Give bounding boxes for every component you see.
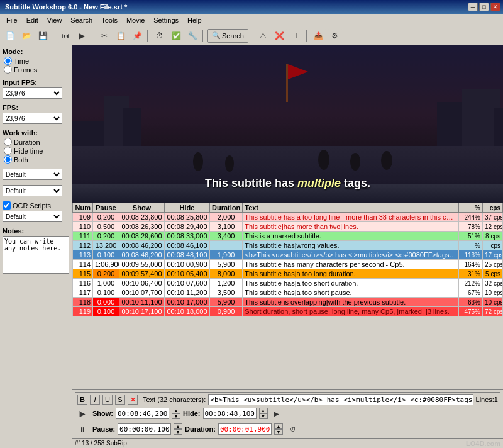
col-pct: % (459, 203, 483, 213)
table-cell: 0,200 (93, 232, 119, 241)
table-row[interactable]: 1141:06,90000:09:55,00000:10:00,9005,900… (73, 260, 503, 269)
work-with-radio-group: Duration Hide time Both (4, 138, 69, 164)
pause-time-input[interactable]: 00:00:00,100 (118, 423, 171, 435)
menu-tools[interactable]: Tools (97, 14, 121, 26)
work-both-radio[interactable]: Both (4, 155, 69, 164)
open-button[interactable]: 📂 (19, 29, 34, 43)
tb-fix[interactable]: 🔧 (185, 29, 200, 43)
toolbar-sep2 (92, 30, 94, 42)
duration-spin-down[interactable]: ▼ (274, 429, 283, 435)
format-strike-button[interactable]: S (115, 395, 125, 405)
format-bold-button[interactable]: B (77, 395, 87, 405)
table-row[interactable]: 1190,10000:10:17,10000:10:18,0000,900Sho… (73, 307, 503, 316)
col-hide: Hide (165, 203, 210, 213)
video-subtitle: This subtitle has multiple tags. (205, 177, 370, 190)
close-button[interactable]: ✕ (490, 3, 500, 11)
table-row[interactable]: 11213,20000:08:46,20000:08:46,100This su… (73, 241, 503, 250)
table-row[interactable]: 1180,00000:10:11,10000:10:17,0005,900Thi… (73, 298, 503, 307)
show-time-input[interactable]: 00:08:46,200 (116, 408, 169, 419)
default2-select[interactable]: Default (3, 185, 62, 196)
tb-settings[interactable]: ⚙ (328, 29, 343, 43)
col-pause: Pause (93, 203, 119, 213)
tb-copy[interactable]: 📋 (113, 29, 128, 43)
show-spin-up[interactable]: ▲ (172, 408, 180, 413)
tb-time[interactable]: ⏱ (152, 29, 167, 43)
table-row[interactable]: 1100,50000:08:26,30000:08:29,4003,100Thi… (73, 222, 503, 232)
text-edit-input[interactable] (208, 394, 473, 405)
table-cell: 0,100 (93, 307, 119, 316)
fps-select[interactable]: 23,976 (3, 113, 62, 124)
tb-cut[interactable]: ✂ (97, 29, 112, 43)
table-cell: 3,100 (210, 222, 243, 232)
menu-help[interactable]: Help (184, 14, 206, 26)
format-underline-button[interactable]: U (102, 395, 113, 405)
input-fps-select[interactable]: 23,976 (3, 87, 62, 99)
tb-export[interactable]: 📤 (311, 29, 326, 43)
maximize-button[interactable]: □ (479, 3, 489, 11)
duration-time-input[interactable]: 00:00:01,900 (218, 423, 272, 435)
tb-warn[interactable]: ⚠ (256, 29, 271, 43)
table-row[interactable]: 1090,20000:08:23,80000:08:25,8002,000Thi… (73, 213, 503, 222)
table-cell: 5,900 (210, 260, 243, 269)
table-cell: 112 (73, 241, 93, 250)
table-row[interactable]: 1170,10000:10:07,70000:10:11,2003,500Thi… (73, 288, 503, 298)
mode-time-radio[interactable]: Time (4, 57, 69, 65)
tb-text[interactable]: T (289, 29, 304, 43)
pause-spin-up[interactable]: ▲ (174, 423, 182, 429)
tb-err[interactable]: ❌ (272, 29, 287, 43)
play-to-hide[interactable]: ▶| (270, 406, 285, 420)
default1-select[interactable]: Default (3, 169, 62, 180)
duration-play-btn[interactable]: ⏱ (285, 422, 301, 436)
mode-frames-label: Frames (14, 66, 37, 74)
table-row[interactable]: 1110,20000:08:29,60000:08:33,0003,400Thi… (73, 232, 503, 241)
notes-textarea[interactable]: You can write any notes here. (3, 236, 69, 274)
mode-frames-radio[interactable]: Frames (4, 65, 69, 74)
table-cell: 00:10:17,000 (165, 298, 210, 307)
tb-btn2[interactable]: ⏮ (58, 29, 73, 43)
table-cell: 0,100 (93, 288, 119, 298)
left-panel: Mode: Time Frames Input FPS: 23,976 FPS: (0, 45, 72, 448)
play-pause-btn[interactable]: ⏸ (75, 422, 90, 436)
menu-file[interactable]: File (3, 14, 21, 26)
work-hidetime-radio[interactable]: Hide time (4, 147, 69, 155)
hide-spin-down[interactable]: ▼ (259, 413, 268, 419)
main-layout: Mode: Time Frames Input FPS: 23,976 FPS: (0, 45, 503, 448)
table-cell: 10 cps (483, 288, 503, 298)
menu-edit[interactable]: Edit (23, 14, 42, 26)
svg-rect-15 (72, 45, 503, 184)
tb-check[interactable]: ✅ (169, 29, 184, 43)
table-row[interactable]: 1130,10000:08:46,20000:08:48,1001,900<b>… (73, 250, 503, 260)
default3-select[interactable]: Default (3, 211, 62, 222)
pause-spin-group: ▲ ▼ (174, 423, 182, 435)
new-button[interactable]: 📄 (3, 29, 18, 43)
subtitle-table-body: 1090,20000:08:23,80000:08:25,8002,000Thi… (73, 213, 503, 316)
menu-movie[interactable]: Movie (123, 14, 148, 26)
hide-spin-up[interactable]: ▲ (259, 408, 268, 413)
tb-btn3[interactable]: ▶ (74, 29, 89, 43)
play-from-show[interactable]: |▶ (75, 406, 90, 420)
table-cell: 00:08:46,200 (119, 250, 165, 260)
table-row[interactable]: 1150,20000:09:57,40000:10:05,4008,000Thi… (73, 269, 503, 279)
search-toolbar-button[interactable]: 🔍 Search (207, 29, 248, 43)
pause-spin-down[interactable]: ▼ (174, 429, 182, 435)
work-duration-radio[interactable]: Duration (4, 138, 69, 146)
pause-label: Pause: (92, 425, 115, 433)
duration-spin-up[interactable]: ▲ (274, 423, 283, 429)
tb-paste[interactable]: 📌 (130, 29, 145, 43)
format-clear-button[interactable]: ✕ (128, 395, 138, 405)
table-row[interactable]: 1161,00000:10:06,40000:10:07,6001,200Thi… (73, 279, 503, 288)
save-button[interactable]: 💾 (35, 29, 50, 43)
table-cell: This is a marked subtitle. (243, 232, 459, 241)
format-italic-button[interactable]: I (90, 395, 100, 405)
ocr-scripts-checkbox[interactable]: OCR Scripts (3, 201, 69, 210)
minimize-button[interactable]: ─ (468, 3, 478, 11)
menu-view[interactable]: View (43, 14, 66, 26)
hide-label: Hide: (183, 410, 201, 417)
table-cell: 00:10:07,600 (165, 279, 210, 288)
hide-time-input[interactable]: 00:08:48,100 (203, 408, 257, 419)
table-cell: 78% (459, 222, 483, 232)
work-both-label: Both (14, 156, 28, 164)
menu-search[interactable]: Search (67, 14, 96, 26)
show-spin-down[interactable]: ▼ (172, 413, 180, 419)
menu-settings[interactable]: Settings (150, 14, 182, 26)
